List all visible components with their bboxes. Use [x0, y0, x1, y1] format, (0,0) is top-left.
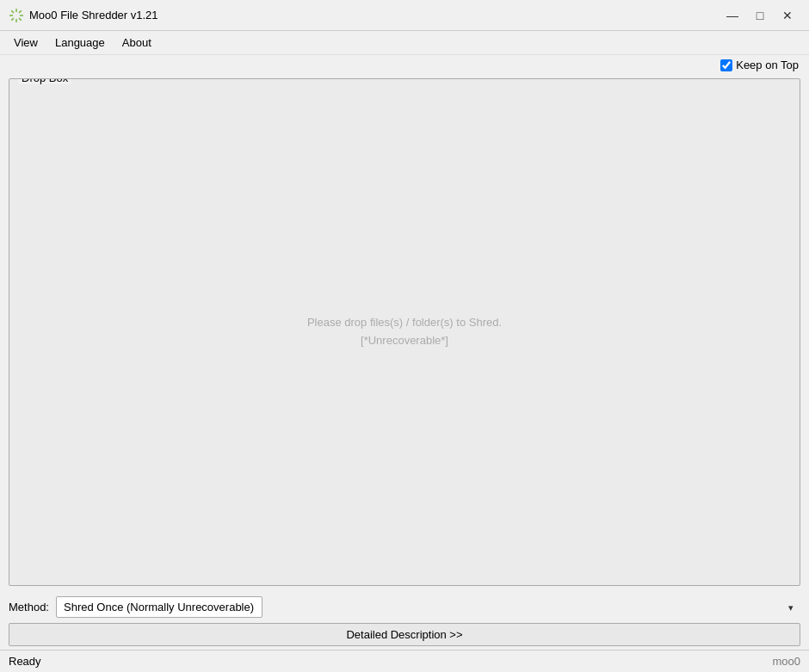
toolbar-area: Keep on Top [0, 55, 809, 75]
keep-on-top-label: Keep on Top [736, 59, 799, 71]
keep-on-top-toggle[interactable]: Keep on Top [720, 59, 799, 71]
method-label: Method: [9, 601, 49, 613]
maximize-button[interactable]: □ [747, 5, 773, 26]
app-icon [9, 8, 24, 23]
method-select[interactable]: Shred Once (Normally Unrecoverable) Shre… [56, 596, 262, 618]
menu-item-about[interactable]: About [114, 34, 160, 52]
drop-box-hint-line2: [*Unrecoverable*] [307, 332, 502, 350]
title-bar-controls: — □ ✕ [719, 5, 800, 26]
status-bar: Ready moo0 [0, 650, 809, 672]
status-text: Ready [9, 655, 41, 668]
desc-btn-area: Detailed Description >> [0, 623, 809, 650]
svg-line-6 [19, 10, 22, 13]
svg-line-7 [11, 18, 14, 21]
title-bar-left: Moo0 File Shredder v1.21 [9, 8, 158, 23]
close-button[interactable]: ✕ [775, 5, 800, 26]
app-title: Moo0 File Shredder v1.21 [29, 9, 158, 22]
drop-box-label: Drop Box [18, 78, 71, 84]
menu-item-view[interactable]: View [5, 34, 46, 52]
brand-label: moo0 [772, 655, 800, 668]
menu-bar: View Language About [0, 31, 809, 55]
keep-on-top-checkbox[interactable] [720, 59, 732, 71]
dropdown-arrow-icon: ▾ [788, 601, 794, 613]
title-bar: Moo0 File Shredder v1.21 — □ ✕ [0, 0, 809, 31]
method-select-wrapper: Shred Once (Normally Unrecoverable) Shre… [56, 596, 800, 618]
main-content: Drop Box Please drop files(s) / folder(s… [0, 75, 809, 591]
drop-box-hint: Please drop files(s) / folder(s) to Shre… [307, 314, 502, 350]
detailed-description-button[interactable]: Detailed Description >> [9, 623, 800, 646]
svg-line-4 [11, 10, 14, 13]
menu-item-language[interactable]: Language [46, 34, 114, 52]
drop-box-hint-line1: Please drop files(s) / folder(s) to Shre… [307, 314, 502, 332]
minimize-button[interactable]: — [719, 5, 745, 26]
svg-line-5 [19, 18, 22, 21]
method-bar: Method: Shred Once (Normally Unrecoverab… [0, 591, 809, 623]
drop-box[interactable]: Drop Box Please drop files(s) / folder(s… [9, 78, 800, 586]
